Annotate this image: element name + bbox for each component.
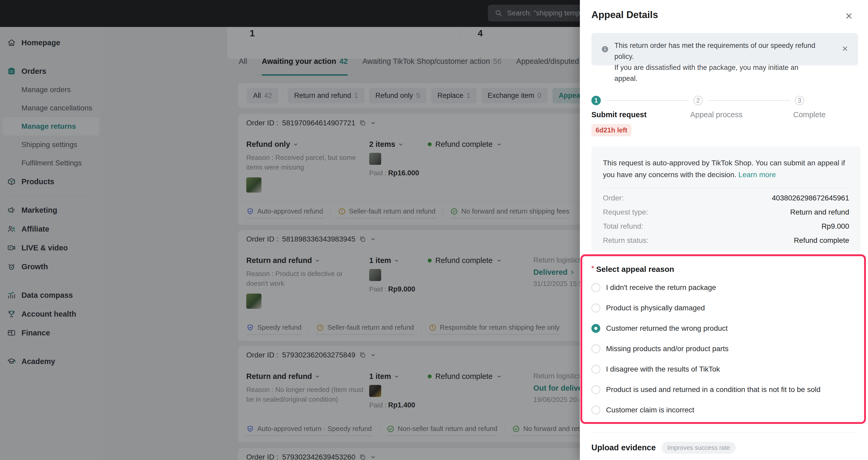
appeal-reason-option[interactable]: I didn't receive the return package <box>591 277 858 298</box>
appeal-reason-option[interactable]: Product is used and returned in a condit… <box>591 379 858 400</box>
summary-row: Total refund:Rp9.000 <box>603 222 849 231</box>
banner-close-icon[interactable] <box>841 45 849 52</box>
step-label-appeal-process: Appeal process <box>690 110 743 119</box>
radio-icon[interactable] <box>591 385 600 394</box>
appeal-reason-option[interactable]: I disagree with the results of TikTok <box>591 359 858 379</box>
step-circle-1: 1 <box>591 96 601 105</box>
radio-icon[interactable] <box>591 283 600 292</box>
step-connector <box>709 100 790 101</box>
radio-icon[interactable] <box>591 365 600 374</box>
step-label-complete: Complete <box>793 110 826 119</box>
summary-row: Request type:Return and refund <box>603 208 849 217</box>
info-card-divider <box>603 188 849 188</box>
appeal-reason-option[interactable]: Missing products and/or product parts <box>591 339 858 359</box>
modal-dim-overlay <box>0 0 580 460</box>
upload-evidence-section: Upload evidence Improves success rate <box>591 442 736 454</box>
radio-icon[interactable] <box>591 406 600 414</box>
select-appeal-reason-title: * Select appeal reason <box>591 265 674 274</box>
panel-title: Appeal Details <box>591 9 658 21</box>
time-left-badge: 6d21h left <box>591 124 631 136</box>
improves-success-rate-badge: Improves success rate <box>661 442 736 454</box>
speedy-refund-banner: This return order has met the requiremen… <box>591 33 858 65</box>
appeal-stepper: 1 2 3 Submit request Appeal process Comp… <box>591 96 858 140</box>
step-circle-3: 3 <box>795 96 804 105</box>
summary-row: Order:4038026298672645961 <box>603 194 849 202</box>
step-connector <box>607 100 689 101</box>
banner-text: This return order has met the requiremen… <box>614 40 821 84</box>
appeal-details-panel: Appeal Details This return order has met… <box>580 0 868 460</box>
info-icon <box>601 45 609 53</box>
radio-icon[interactable] <box>591 304 600 312</box>
step-circle-2: 2 <box>693 96 703 105</box>
radio-icon[interactable] <box>591 344 600 353</box>
close-icon[interactable] <box>844 11 854 21</box>
summary-row: Return status:Refund complete <box>603 236 849 245</box>
order-number-value: 4038026298672645961 <box>772 194 849 202</box>
appeal-reason-options: I didn't receive the return package Prod… <box>591 277 858 420</box>
auto-approved-info-card: This request is auto-approved by TikTok … <box>591 146 861 252</box>
radio-selected-icon[interactable] <box>591 324 600 333</box>
learn-more-link[interactable]: Learn more <box>738 171 776 179</box>
step-label-submit-request: Submit request <box>591 110 647 119</box>
section-divider <box>591 432 858 433</box>
appeal-reason-option[interactable]: Customer claim is incorrect <box>591 400 858 420</box>
required-asterisk: * <box>591 264 594 272</box>
appeal-reason-option[interactable]: Product is physically damaged <box>591 298 858 318</box>
upload-evidence-title: Upload evidence <box>591 443 656 452</box>
appeal-reason-option-selected[interactable]: Customer returned the wrong product <box>591 318 858 339</box>
auto-approved-text: This request is auto-approved by TikTok … <box>603 157 846 180</box>
